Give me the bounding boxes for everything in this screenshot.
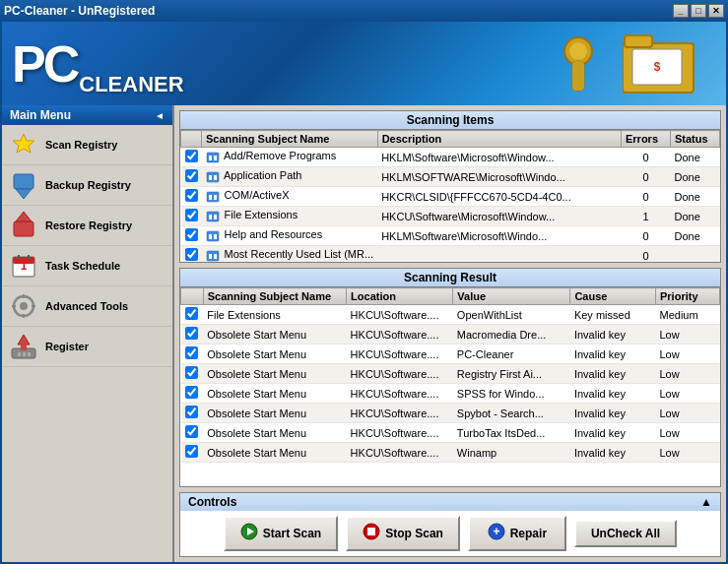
sidebar-item-register[interactable]: Register	[2, 327, 172, 367]
scanning-result-checkbox[interactable]	[185, 307, 198, 320]
scanning-result-value: TurboTax ItsDed...	[453, 423, 570, 443]
scanning-result-checkbox[interactable]	[185, 366, 198, 379]
scanning-result-checkbox-cell[interactable]	[181, 443, 204, 463]
svg-rect-43	[209, 234, 212, 239]
scanning-result-checkbox[interactable]	[185, 406, 198, 418]
scanning-result-value: Macromedia Dre...	[453, 325, 570, 345]
close-button[interactable]: ✕	[708, 4, 724, 18]
scanning-result-priority: Low	[656, 443, 720, 463]
register-label: Register	[45, 341, 89, 352]
scanning-result-value: SPSS for Windo...	[453, 384, 570, 404]
scanning-result-checkbox-cell[interactable]	[181, 305, 204, 325]
sidebar-collapse-button[interactable]: ◄	[155, 110, 165, 121]
maximize-button[interactable]: □	[691, 4, 706, 18]
repair-label: Repair	[510, 527, 547, 540]
scanning-result-row: Obsolete Start Menu HKCU\Software.... Re…	[181, 364, 720, 384]
repair-button[interactable]: + Repair	[468, 516, 566, 551]
scanning-result-checkbox-cell[interactable]	[181, 364, 204, 384]
scanning-result-checkbox[interactable]	[185, 346, 198, 359]
scanning-item-checkbox[interactable]	[185, 189, 198, 202]
scanning-item-status	[671, 246, 720, 263]
svg-rect-9	[14, 174, 33, 189]
scanning-item-checkbox[interactable]	[185, 150, 198, 162]
scanning-result-cause: Invalid key	[570, 443, 656, 463]
scanning-result-row: Obsolete Start Menu HKCU\Software.... Tu…	[181, 423, 720, 443]
controls-collapse-icon[interactable]: ▲	[700, 495, 712, 509]
scanning-item-checkbox[interactable]	[185, 169, 198, 182]
scanning-item-checkbox-cell[interactable]	[181, 187, 202, 207]
sidebar-item-scan-registry[interactable]: Scan Registry	[2, 125, 172, 165]
scanning-result-checkbox[interactable]	[185, 445, 198, 458]
scanning-result-name: Obsolete Start Menu	[203, 364, 346, 384]
svg-rect-34	[209, 175, 212, 180]
scanning-result-table: Scanning Subject Name Location Value Cau…	[180, 287, 720, 463]
minimize-button[interactable]: _	[673, 4, 689, 18]
sidebar-item-advanced-tools[interactable]: Advanced Tools	[2, 286, 172, 327]
svg-point-19	[20, 302, 28, 310]
scanning-result-checkbox-cell[interactable]	[181, 423, 204, 443]
scanning-item-name: Application Path	[202, 167, 378, 187]
scanning-result-cause: Invalid key	[570, 423, 656, 443]
svg-text:+: +	[493, 525, 499, 538]
scanning-result-checkbox-cell[interactable]	[181, 345, 204, 364]
scanning-item-checkbox-cell[interactable]	[181, 246, 202, 263]
scanning-result-name: Obsolete Start Menu	[203, 404, 346, 423]
sidebar-item-task-schedule[interactable]: 1 Task Schedule	[2, 246, 172, 286]
scanning-result-value: Spybot - Search...	[453, 404, 570, 423]
scanning-item-errors: 0	[622, 226, 671, 246]
scanning-result-cause: Invalid key	[570, 345, 656, 364]
task-schedule-label: Task Schedule	[45, 260, 120, 272]
scanning-item-checkbox[interactable]	[185, 209, 198, 221]
svg-rect-11	[14, 221, 33, 236]
uncheck-all-button[interactable]: UnCheck All	[574, 520, 677, 547]
scanning-items-table-container[interactable]: Scanning Subject Name Description Errors…	[180, 130, 720, 262]
scanning-item-checkbox[interactable]	[185, 228, 198, 241]
main-panel: Scanning Items Scanning Subject Name Des…	[174, 105, 726, 562]
scanning-result-name: Obsolete Start Menu	[203, 443, 346, 463]
scanning-item-checkbox-cell[interactable]	[181, 148, 202, 167]
scanning-item-errors: 0	[622, 246, 671, 263]
scanning-item-errors: 0	[622, 167, 671, 187]
folder-decoration: $	[623, 30, 696, 99]
scanning-item-checkbox-cell[interactable]	[181, 226, 202, 246]
backup-registry-icon	[10, 171, 37, 199]
sidebar-item-restore-registry[interactable]: Restore Registry	[2, 206, 172, 246]
svg-rect-29	[21, 343, 27, 350]
svg-rect-27	[28, 352, 31, 356]
sidebar: Main Menu ◄ Scan Registry B	[2, 105, 174, 562]
scanning-result-checkbox-cell[interactable]	[181, 384, 204, 404]
scanning-item-description: HKLM\Software\Microsoft\Window...	[377, 148, 621, 167]
scanning-result-table-container[interactable]: Scanning Subject Name Location Value Cau…	[180, 287, 720, 486]
scanning-result-checkbox[interactable]	[185, 386, 198, 399]
scanning-item-name: Add/Remove Programs	[202, 148, 378, 167]
scanning-result-section: Scanning Result Scanning Subject Name Lo…	[179, 268, 721, 487]
scanning-result-row: Obsolete Start Menu HKCU\Software.... SP…	[181, 384, 720, 404]
col-description: Description	[377, 131, 621, 148]
start-scan-label: Start Scan	[263, 527, 321, 540]
scanning-result-name: File Extensions	[203, 305, 346, 325]
scanning-result-name: Obsolete Start Menu	[203, 345, 346, 364]
scanning-result-checkbox[interactable]	[185, 425, 198, 438]
scanning-result-checkbox-cell[interactable]	[181, 325, 204, 345]
title-bar: PC-Cleaner - UnRegistered _ □ ✕	[0, 0, 728, 22]
backup-registry-label: Backup Registry	[45, 179, 131, 191]
scanning-item-description: HKCR\CLSID\{FFFCC670-5CD4-4C0...	[377, 187, 621, 207]
stop-scan-button[interactable]: Stop Scan	[346, 516, 460, 551]
svg-rect-32	[214, 156, 217, 160]
scanning-result-cause: Invalid key	[570, 404, 656, 423]
scanning-result-value: OpenWithList	[453, 305, 570, 325]
scanning-item-checkbox[interactable]	[185, 248, 198, 261]
window-title: PC-Cleaner - UnRegistered	[4, 4, 155, 18]
scanning-item-checkbox-cell[interactable]	[181, 207, 202, 226]
scanning-result-checkbox-cell[interactable]	[181, 404, 204, 423]
svg-marker-10	[16, 189, 32, 199]
sidebar-item-backup-registry[interactable]: Backup Registry	[2, 165, 172, 206]
scanning-result-checkbox[interactable]	[185, 327, 198, 340]
scan-registry-label: Scan Registry	[45, 139, 117, 151]
title-bar-buttons: _ □ ✕	[673, 4, 724, 18]
scanning-result-name: Obsolete Start Menu	[203, 325, 346, 345]
scanning-result-cause: Invalid key	[570, 325, 656, 345]
scanning-item-checkbox-cell[interactable]	[181, 167, 202, 187]
controls-label: Controls	[188, 495, 236, 509]
start-scan-button[interactable]: Start Scan	[224, 516, 338, 551]
